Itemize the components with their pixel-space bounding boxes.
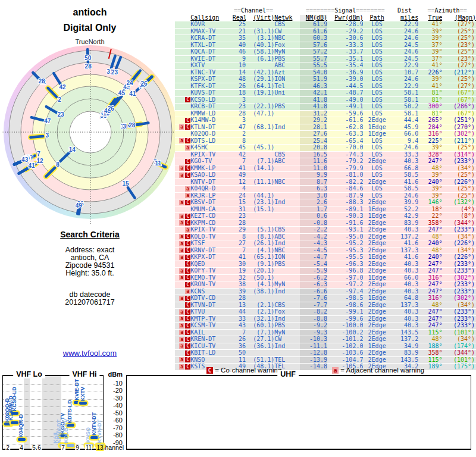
pwr-dbm-cell: -36.9 [327, 69, 363, 76]
radar-channel-label: 12 [37, 158, 44, 164]
pwr-dbm-cell: -101.2 [327, 336, 363, 343]
co-channel-warning-icon: C [185, 261, 190, 267]
adjacent-channel-warning-icon: a [179, 337, 184, 342]
virtual-channel-cell: (31.1) [246, 28, 274, 35]
azimuth-magn-cell: (233°) [442, 281, 476, 289]
pwr-dbm-cell: -49.0 [327, 96, 363, 104]
table-row: KRCB-DT23(22.1) PBS41.8-49.1LOS50.2300°(… [175, 104, 476, 111]
virtual-channel-cell: (14.1) [246, 165, 274, 172]
azimuth-magn-cell: (25°) [442, 35, 476, 42]
azimuth-magn-cell: (8°) [442, 213, 476, 220]
real-channel-cell: 10 [233, 62, 246, 70]
azimuth-true-cell: 265° [418, 117, 442, 124]
tvfool-link-wrap: www.tvfool.com [0, 349, 180, 358]
real-channel-cell: 12 [233, 179, 246, 186]
pwr-dbm-cell: -61.6 [327, 117, 363, 124]
warning-flags [175, 90, 190, 97]
callsign-cell: KCSO-LD [190, 96, 233, 104]
callsign-cell: KMAX-TV [190, 28, 233, 35]
real-channel-cell: 48 [233, 76, 246, 83]
table-row: aCKKPM-CD28 -0.8-91.62Edge83.9358°(344°) [175, 220, 476, 227]
radar-channel-label: 41 [28, 162, 35, 169]
miles-cell: 40.3 [391, 261, 418, 268]
table-row: KOVR25 CBS61.9-28.9LOS22.941°(27°) [175, 21, 476, 29]
co-channel-warning-icon: C [185, 165, 190, 171]
azimuth-magn-cell: (233°) [442, 323, 476, 330]
miles-cell: 42.9 [391, 213, 418, 220]
pwr-dbm-cell: -59.6 [327, 110, 363, 117]
azimuth-true-cell: 240° [418, 240, 442, 248]
table-row: aK45HC45(45.1) 20.8-70.0LOS24.639°(25°) [175, 145, 476, 152]
miles-cell: 24.6 [391, 49, 418, 56]
nm-db-cell: -6.6 [300, 288, 327, 295]
network-cell: NBC [274, 247, 299, 254]
nm-db-cell: 55.5 [300, 62, 327, 70]
table-row: KSPX-DT48(29.1) ION51.9-39.0LOS24.639°(2… [175, 76, 476, 83]
pwr-dbm-cell: -29.2 [327, 28, 363, 35]
adjacent-channel-warning-icon: a [179, 200, 184, 205]
table-row: KMMW-LD28(47.1) 31.2-59.6LOS58.181°(67°) [175, 110, 476, 117]
azimuth-true-cell: 328° [418, 151, 442, 158]
adjacent-channel-warning-icon: a [179, 255, 184, 260]
station-label: K14MW-D [8, 396, 14, 421]
callsign-cell: KCNS [190, 288, 233, 295]
network-cell [274, 350, 299, 357]
nm-db-cell: 1.7 [300, 206, 327, 213]
azimuth-magn-cell: (101°) [442, 329, 476, 336]
miles-cell: 58.1 [391, 110, 418, 117]
virtual-channel-cell: (7.1) [246, 158, 274, 165]
warning-flags: aC [175, 137, 190, 145]
radar-channel-label: 3 [123, 123, 126, 130]
co-channel-warning-icon: C [185, 302, 190, 308]
network-cell: CBS [274, 302, 299, 309]
channel-tick-label: 13 [96, 445, 104, 451]
path-cell: 1Edge [363, 131, 390, 138]
virtual-channel-cell [246, 96, 274, 104]
azimuth-true-cell: 39° [418, 76, 442, 83]
co-channel-warning-icon: C [206, 367, 213, 374]
path-cell: 2Edge [363, 268, 390, 275]
path-cell: LOS [363, 151, 390, 158]
signal-group-header: ========Signal======== [300, 8, 391, 14]
search-zipcode: Zipcode 94531 [0, 261, 180, 270]
nm-db-cell: 16.5 [300, 151, 327, 158]
miles-cell: 24.6 [391, 35, 418, 42]
nm-db-cell: 57.2 [300, 49, 327, 56]
pwr-dbm-cell: -91.6 [327, 220, 363, 227]
dbm-gridline [3, 406, 103, 407]
warning-flags [175, 62, 190, 70]
pwr-dbm-cell: -39.0 [327, 76, 363, 83]
miles-cell: 22.9 [391, 62, 418, 70]
nm-db-cell: -4.7 [300, 254, 327, 261]
warning-flags: aC [175, 124, 190, 131]
azimuth-true-cell: 48° [418, 165, 442, 172]
callsign-cell: KAIL [190, 329, 233, 336]
report-title-location: antioch [0, 7, 180, 18]
azimuth-magn-cell: (233°) [442, 268, 476, 275]
adjacent-channel-warning-icon: a [179, 173, 184, 178]
callsign-cell: KEZT-CD [190, 213, 233, 220]
miles-cell: 40.3 [391, 227, 418, 234]
azimuth-true-cell: 316° [418, 131, 442, 138]
radar-channel-label: 8 [56, 161, 60, 168]
real-channel-cell: 45 [233, 145, 246, 152]
tvfool-link[interactable]: www.tvfool.com [63, 349, 117, 358]
pwr-dbm-cell: -81.0 [327, 172, 363, 179]
azimuth-magn-cell: (251°) [442, 117, 476, 124]
virtual-channel-cell [246, 131, 274, 138]
virtual-channel-cell: (2.1) [246, 309, 274, 316]
virtual-channel-cell: (65.1) [246, 254, 274, 261]
channel-tick-label: 9 [75, 445, 80, 451]
path-cell: 2Edge [363, 309, 390, 316]
pwr-dbm-cell: -97.2 [327, 281, 363, 289]
miles-cell: 143.5 [391, 356, 418, 364]
co-channel-warning-icon: C [185, 364, 190, 370]
azimuth-magn-cell: (226°) [442, 254, 476, 261]
col-virt: (Virt) [246, 14, 274, 21]
co-channel-warning-icon: C [185, 268, 190, 274]
signal-bar [18, 438, 26, 441]
miles-cell: 50.2 [391, 104, 418, 111]
miles-cell: 66.0 [391, 131, 418, 138]
adjacent-channel-warning-icon: a [179, 364, 184, 370]
pwr-dbm-cell: -35.1 [327, 55, 363, 62]
